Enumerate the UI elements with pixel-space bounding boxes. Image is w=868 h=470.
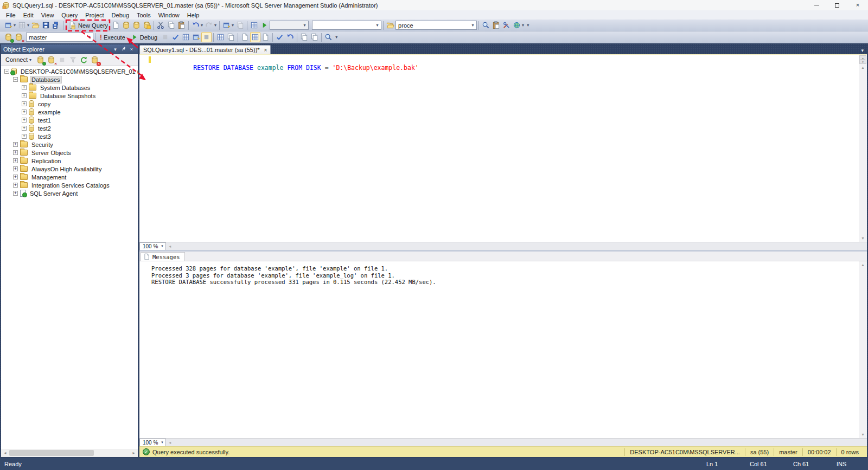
add-item-icon[interactable] <box>17 20 27 30</box>
tree-item[interactable]: copy <box>1 100 138 108</box>
save-all-icon[interactable] <box>51 20 61 30</box>
expander-icon[interactable] <box>13 158 18 163</box>
window-position-icon[interactable]: ▾ <box>111 47 119 52</box>
tree-item[interactable]: SQL Server Agent <box>1 189 138 197</box>
start-powershell-icon[interactable] <box>259 20 270 30</box>
expander-icon[interactable] <box>13 166 18 171</box>
activity-monitor-icon[interactable] <box>249 20 259 30</box>
expander-icon[interactable] <box>22 110 27 114</box>
toolbar-overflow-icon[interactable]: ▾ <box>334 35 339 40</box>
redo-dropdown-icon[interactable]: ▾ <box>214 23 216 28</box>
paste-icon[interactable] <box>176 20 187 30</box>
change-connection-icon[interactable]: × <box>14 32 24 42</box>
display-estimated-plan-icon[interactable] <box>181 32 191 42</box>
combo-arrow-icon[interactable]: ▾ <box>469 21 476 29</box>
expander-icon[interactable] <box>22 134 27 139</box>
expander-icon[interactable] <box>22 126 27 131</box>
tree-item[interactable]: Replication <box>1 157 138 165</box>
available-databases-combo[interactable]: master▾ <box>26 33 93 42</box>
splitter-grip-icon[interactable]: ▴▾ <box>859 55 866 64</box>
menu-item[interactable]: File <box>2 11 20 19</box>
expander-icon[interactable] <box>13 183 18 188</box>
results-to-file-icon[interactable] <box>260 32 271 42</box>
close-panel-icon[interactable]: × <box>127 47 136 52</box>
redo-icon[interactable] <box>204 20 214 30</box>
web-browser-icon[interactable] <box>512 20 522 30</box>
refresh-icon[interactable] <box>79 55 89 65</box>
tree-item[interactable]: Management <box>1 173 138 181</box>
menu-item[interactable]: Debug <box>108 11 133 19</box>
menu-item[interactable]: Project <box>81 11 107 19</box>
tools-icon[interactable] <box>501 20 512 30</box>
sql-editor[interactable]: RESTORE DATABASE example FROM DISK = 'D:… <box>139 54 867 242</box>
debug-button[interactable]: Debug <box>128 32 160 43</box>
find-icon[interactable] <box>481 20 491 30</box>
undo-dropdown-icon[interactable]: ▾ <box>201 23 203 28</box>
expander-icon[interactable] <box>4 69 9 74</box>
expander-icon[interactable] <box>13 175 18 179</box>
execute-button[interactable]: ! Execute <box>97 32 128 43</box>
tree-item[interactable]: test2 <box>1 124 138 132</box>
error-log-icon[interactable]: × <box>90 55 100 65</box>
connect-db-icon[interactable] <box>3 32 14 42</box>
scroll-down-icon[interactable]: ▾ <box>861 432 864 437</box>
new-item-dropdown-icon[interactable]: ▾ <box>14 23 16 28</box>
filter-combo[interactable]: proce▾ <box>395 21 477 30</box>
connect-server-icon[interactable] <box>35 55 46 65</box>
comment-lines-icon[interactable] <box>275 32 285 42</box>
toolbar-combo-2[interactable]: ▾ <box>312 21 381 30</box>
tree-item[interactable]: Security <box>1 140 138 149</box>
expander-icon[interactable] <box>13 142 18 147</box>
decrease-indent-icon[interactable] <box>299 32 309 42</box>
scroll-left-icon[interactable]: ◂ <box>1 450 9 455</box>
messages-content[interactable]: Processed 328 pages for database 'exampl… <box>139 261 867 438</box>
menu-item[interactable]: View <box>37 11 58 19</box>
menu-item[interactable]: Help <box>183 11 203 19</box>
menu-item[interactable]: Edit <box>20 11 37 19</box>
combo-arrow-icon[interactable]: ▾ <box>161 244 163 248</box>
save-icon[interactable] <box>41 20 51 30</box>
mdx-query-icon[interactable] <box>121 20 131 30</box>
scroll-up-icon[interactable]: ▴ <box>861 262 864 267</box>
query-options-icon[interactable] <box>191 32 201 42</box>
dmx-query-icon[interactable] <box>131 20 142 30</box>
pin-icon[interactable] <box>119 46 127 53</box>
editor-zoom-combo[interactable]: 100 %▾ <box>139 242 166 250</box>
tree-item[interactable]: Databases <box>1 75 138 83</box>
combo-arrow-icon[interactable]: ▾ <box>301 21 308 29</box>
tree-item[interactable]: Server Objects <box>1 149 138 157</box>
query-tab[interactable]: SQLQuery1.sql - DES...01.master (sa (55)… <box>139 45 271 54</box>
tab-list-dropdown-icon[interactable]: ▾ <box>858 47 867 54</box>
tree-item[interactable]: example <box>1 108 138 116</box>
include-client-statistics-icon[interactable] <box>226 32 236 42</box>
tree-item[interactable]: DESKTOP-AC51C0M\MSSQLSERVER_01 (SQL Ser <box>1 67 138 75</box>
include-actual-plan-icon[interactable] <box>215 32 226 42</box>
minimize-button[interactable] <box>806 0 827 10</box>
expander-icon[interactable] <box>22 101 27 106</box>
tree-item[interactable]: test3 <box>1 132 138 140</box>
web-browser-dropdown-icon[interactable]: ▾ <box>522 23 524 28</box>
scroll-left-icon[interactable]: ◂ <box>166 440 174 445</box>
properties-window-icon[interactable] <box>491 20 501 30</box>
scrollbar-thumb[interactable] <box>9 450 94 456</box>
tree-item[interactable]: AlwaysOn High Availability <box>1 165 138 173</box>
navigate-back-icon[interactable] <box>235 20 245 30</box>
maximize-button[interactable] <box>827 0 847 10</box>
combo-arrow-icon[interactable]: ▾ <box>161 440 163 445</box>
navigate-dropdown-icon[interactable]: ▾ <box>232 23 234 28</box>
object-explorer-hscrollbar[interactable]: ◂ ▸ <box>1 449 138 457</box>
expander-icon[interactable] <box>22 118 27 123</box>
editor-vscrollbar[interactable]: ▴▾ ▴ ▾ <box>859 55 867 242</box>
menu-item[interactable]: Tools <box>133 11 155 19</box>
menu-item[interactable]: Query <box>58 11 81 19</box>
messages-vscrollbar[interactable]: ▴ ▾ <box>859 261 867 438</box>
scroll-up-icon[interactable]: ▴ <box>861 65 864 70</box>
expander-icon[interactable] <box>22 93 27 98</box>
messages-zoom-combo[interactable]: 100 %▾ <box>139 439 166 447</box>
new-item-icon[interactable] <box>3 20 14 30</box>
toolbar-combo-1[interactable]: ▾ <box>270 21 309 30</box>
menu-item[interactable]: Window <box>155 11 183 19</box>
database-engine-query-icon[interactable] <box>111 20 121 30</box>
uncomment-lines-icon[interactable] <box>285 32 295 42</box>
results-to-text-icon[interactable] <box>240 32 250 42</box>
